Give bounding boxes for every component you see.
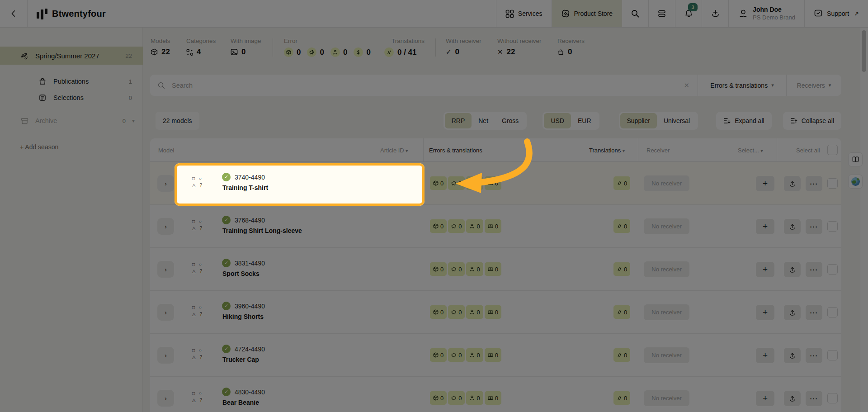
translations-badge[interactable]: 0: [613, 219, 630, 233]
row-checkbox[interactable]: [827, 307, 838, 317]
model-info[interactable]: ✓ 4830-4490 Bear Beanie: [222, 388, 265, 406]
catalog-panel-button[interactable]: [848, 152, 863, 166]
add-receiver-button[interactable]: +: [756, 391, 774, 406]
export-button[interactable]: [784, 262, 801, 277]
add-receiver-button[interactable]: +: [756, 176, 774, 191]
model-error-badge[interactable]: 0: [430, 219, 447, 233]
add-receiver-button[interactable]: +: [756, 219, 774, 234]
model-error-badge[interactable]: 0: [430, 305, 447, 319]
export-button[interactable]: [784, 348, 801, 363]
price-error-badge[interactable]: 0: [485, 219, 501, 233]
model-error-badge[interactable]: 0: [430, 391, 447, 405]
size-error-badge[interactable]: 0: [466, 219, 483, 233]
nav-support[interactable]: Support ↗: [804, 0, 868, 27]
model-info[interactable]: ✓ 3960-4490 Hiking Shorts: [222, 302, 265, 320]
price-option-net[interactable]: Net: [472, 113, 495, 128]
model-info[interactable]: ✓ 3740-4490 Training T-shirt: [222, 173, 268, 191]
row-checkbox[interactable]: [827, 221, 838, 232]
more-actions-button[interactable]: ···: [806, 348, 822, 363]
more-actions-button[interactable]: ···: [806, 219, 822, 234]
marketing-error-badge[interactable]: 0: [448, 348, 465, 362]
size-error-badge[interactable]: 0: [466, 391, 483, 405]
row-expand-button[interactable]: ›: [157, 261, 174, 278]
model-error-badge[interactable]: 0: [430, 176, 447, 190]
price-option-rrp[interactable]: RRP: [445, 113, 472, 128]
row-expand-button[interactable]: ›: [157, 347, 174, 364]
more-actions-button[interactable]: ···: [806, 176, 822, 191]
model-info[interactable]: ✓ 4724-4490 Trucker Cap: [222, 345, 265, 363]
export-button[interactable]: [784, 305, 801, 320]
add-receiver-button[interactable]: +: [756, 305, 774, 320]
model-error-badge[interactable]: 0: [430, 348, 447, 362]
brand-logo[interactable]: Btwentyfour: [28, 0, 106, 27]
model-error-badge[interactable]: 0: [430, 262, 447, 276]
row-checkbox[interactable]: [827, 350, 838, 360]
translations-badge[interactable]: 0: [613, 305, 630, 319]
header-select[interactable]: Select... ▾: [738, 147, 763, 154]
price-error-badge[interactable]: 0: [485, 391, 501, 405]
nav-list-menu[interactable]: [648, 0, 675, 27]
marketing-error-badge[interactable]: 0: [448, 262, 465, 276]
sidebar-item-archive[interactable]: Archive 0 ▾: [0, 112, 143, 130]
currency-option-usd[interactable]: USD: [544, 113, 571, 128]
sidebar-item-selections[interactable]: Selections 0: [0, 89, 143, 107]
search-input[interactable]: [171, 81, 675, 90]
price-option-gross[interactable]: Gross: [495, 113, 525, 128]
price-error-badge[interactable]: 0: [485, 176, 501, 190]
row-expand-button[interactable]: ›: [157, 218, 174, 235]
row-expand-button[interactable]: ›: [157, 304, 174, 321]
select-all-checkbox[interactable]: [827, 145, 838, 155]
more-actions-button[interactable]: ···: [806, 262, 822, 277]
page-scrollbar[interactable]: [860, 28, 868, 412]
nav-product-store[interactable]: Product Store: [552, 0, 622, 27]
price-error-badge[interactable]: 0: [485, 305, 501, 319]
nav-import[interactable]: [702, 0, 728, 27]
add-receiver-button[interactable]: +: [756, 348, 774, 363]
size-error-badge[interactable]: 0: [466, 348, 483, 362]
model-info[interactable]: ✓ 3768-4490 Training Shirt Long-sleeve: [222, 216, 302, 234]
language-globe-button[interactable]: [848, 175, 863, 189]
size-error-badge[interactable]: 0: [466, 305, 483, 319]
translations-badge[interactable]: 0: [613, 391, 630, 405]
row-expand-button[interactable]: ›: [157, 175, 174, 192]
currency-option-eur[interactable]: EUR: [571, 113, 598, 128]
marketing-error-badge[interactable]: 0: [448, 219, 465, 233]
more-actions-button[interactable]: ···: [806, 391, 822, 406]
clear-search-icon[interactable]: ✕: [675, 81, 698, 90]
filter-receivers[interactable]: Receivers ▾: [786, 75, 841, 96]
size-error-badge[interactable]: 0: [466, 262, 483, 276]
translations-badge[interactable]: 0: [613, 262, 630, 276]
nav-search[interactable]: [622, 0, 648, 27]
translations-badge[interactable]: 0: [613, 176, 630, 190]
scope-option-supplier[interactable]: Supplier: [620, 113, 657, 128]
export-button[interactable]: [784, 391, 801, 406]
collapse-all-button[interactable]: Collapse all: [783, 112, 841, 130]
filter-errors-translations[interactable]: Errors & translations ▾: [698, 75, 786, 96]
model-info[interactable]: ✓ 3831-4490 Sport Socks: [222, 259, 265, 277]
nav-services[interactable]: Services: [496, 0, 552, 27]
price-error-badge[interactable]: 0: [485, 348, 501, 362]
nav-user[interactable]: John Doe PS Demo Brand: [728, 0, 804, 27]
header-translations[interactable]: Translations ▾: [589, 147, 625, 154]
nav-notifications[interactable]: 3: [675, 0, 702, 27]
back-button[interactable]: [0, 0, 28, 27]
row-expand-button[interactable]: ›: [157, 390, 174, 407]
price-error-badge[interactable]: 0: [485, 262, 501, 276]
export-button[interactable]: [784, 219, 801, 234]
marketing-error-badge[interactable]: 0: [448, 305, 465, 319]
add-receiver-button[interactable]: +: [756, 262, 774, 277]
row-checkbox[interactable]: [827, 264, 838, 275]
expand-all-button[interactable]: Expand all: [716, 112, 771, 130]
marketing-error-badge[interactable]: 0: [448, 176, 465, 190]
header-article-id[interactable]: Article ID ▾: [380, 147, 408, 154]
marketing-error-badge[interactable]: 0: [448, 391, 465, 405]
scope-option-universal[interactable]: Universal: [657, 113, 697, 128]
export-button[interactable]: [784, 176, 801, 191]
row-checkbox[interactable]: [827, 178, 838, 189]
more-actions-button[interactable]: ···: [806, 305, 822, 320]
row-checkbox[interactable]: [827, 393, 838, 403]
sidebar-item-publications[interactable]: Publications 1: [0, 72, 143, 90]
size-error-badge[interactable]: 0: [466, 176, 483, 190]
add-season-button[interactable]: + Add season: [20, 143, 58, 151]
translations-badge[interactable]: 0: [613, 348, 630, 362]
